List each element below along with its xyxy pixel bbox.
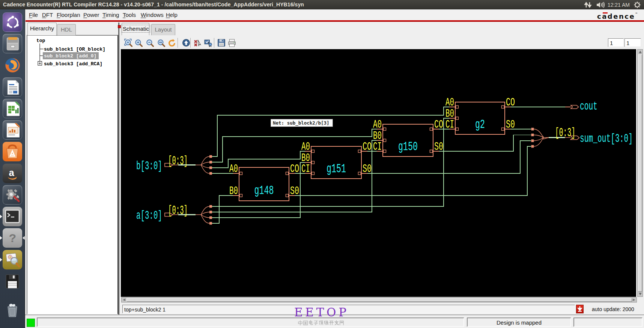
hscroll-thumb[interactable] xyxy=(126,298,632,302)
sheet-total-field[interactable] xyxy=(624,38,641,47)
menu-help[interactable]: Help xyxy=(166,12,178,18)
tab-hierarchy[interactable]: Hierarchy xyxy=(27,23,57,35)
vscroll-thumb[interactable] xyxy=(638,54,642,292)
port-g150-CI[interactable] xyxy=(384,150,386,153)
port-g2-CI[interactable] xyxy=(456,128,459,131)
launcher-libreoffice-impress-icon[interactable] xyxy=(3,120,22,140)
menu-power[interactable]: Power xyxy=(83,12,99,18)
port-g2-S0[interactable] xyxy=(502,128,504,131)
zoom-out-button[interactable] xyxy=(146,39,154,47)
splitter-bit[interactable] xyxy=(209,217,212,219)
port-g151-CI[interactable] xyxy=(312,172,314,175)
menubar: FileDFTFloorplanPowerTimingToolsWindowsH… xyxy=(26,9,644,20)
print-icon xyxy=(228,39,236,47)
menu-file[interactable]: File xyxy=(29,12,38,18)
tree-item[interactable]: sub_block3 [add_RCA] xyxy=(44,61,102,67)
launcher-amazon-icon[interactable]: a xyxy=(3,164,22,183)
session-gear-icon[interactable] xyxy=(633,0,641,9)
tree-item[interactable]: sub_block1 [OR_block] xyxy=(44,47,105,52)
launcher-libreoffice-calc-icon[interactable] xyxy=(3,99,22,118)
launcher-terminal-icon[interactable] xyxy=(3,207,22,226)
port-g148-B0[interactable] xyxy=(240,194,242,197)
launcher-left-arrow xyxy=(0,215,2,218)
auto-update-button[interactable] xyxy=(576,305,584,313)
splitter-handle[interactable] xyxy=(118,25,121,28)
splitter-bit[interactable] xyxy=(209,222,212,225)
port-g2-A0[interactable] xyxy=(456,106,459,108)
zoom-in-button[interactable] xyxy=(134,39,143,47)
launcher-trash-icon[interactable] xyxy=(3,300,22,319)
menu-windows[interactable]: Windows xyxy=(141,12,164,18)
deselect-button[interactable] xyxy=(194,39,202,47)
save-button[interactable] xyxy=(217,39,226,47)
canvas-vscrollbar[interactable] xyxy=(637,49,643,297)
net-a0[interactable] xyxy=(212,196,233,223)
launcher-ubuntu-dash-icon[interactable] xyxy=(3,12,22,32)
port-g151-A0[interactable] xyxy=(312,150,314,153)
launcher-screenshot-icon[interactable] xyxy=(3,250,22,269)
merger-bit[interactable] xyxy=(531,134,534,136)
tab-hdl[interactable]: HDL xyxy=(57,24,76,35)
port-label: CI xyxy=(445,118,454,131)
port-g150-S0[interactable] xyxy=(430,150,433,153)
sound-icon[interactable] xyxy=(596,0,605,9)
tab-layout[interactable]: Layout xyxy=(151,24,175,35)
menu-dft[interactable]: DFT xyxy=(42,12,53,18)
port-g2-B0[interactable] xyxy=(456,117,459,120)
port-g2-CO[interactable] xyxy=(502,106,504,108)
port-g151-B0[interactable] xyxy=(312,161,314,164)
merger-bit[interactable] xyxy=(531,140,534,142)
splitter-bit[interactable] xyxy=(209,161,212,164)
menu-tools[interactable]: Tools xyxy=(123,12,136,18)
scroll-up-arrow-icon[interactable] xyxy=(639,51,642,53)
port-g150-CO[interactable] xyxy=(430,128,433,131)
canvas-hscrollbar[interactable] xyxy=(121,297,637,302)
print-button[interactable] xyxy=(228,39,236,47)
tab-layout-label: Layout xyxy=(155,26,172,33)
select-box-button[interactable] xyxy=(204,39,212,47)
splitter-bit[interactable] xyxy=(209,211,212,214)
launcher-floppy-icon[interactable] xyxy=(3,272,22,291)
launcher-help-icon[interactable]: ? xyxy=(3,228,22,248)
splitter-bit[interactable] xyxy=(209,167,212,169)
pin-cout[interactable] xyxy=(571,105,579,109)
launcher-software-center-icon[interactable] xyxy=(3,142,22,161)
tree-root[interactable]: top xyxy=(36,38,45,44)
port-g148-CO[interactable] xyxy=(286,172,289,175)
launcher-files-icon[interactable] xyxy=(3,34,22,53)
splitter-bit[interactable] xyxy=(209,155,212,158)
port-g151-S0[interactable] xyxy=(358,172,361,175)
network-arrows-icon[interactable] xyxy=(584,0,592,9)
launcher-libreoffice-writer-icon[interactable] xyxy=(3,77,22,97)
splitter-bit[interactable] xyxy=(209,205,212,208)
scroll-down-arrow-icon[interactable] xyxy=(639,293,642,295)
launcher-system-settings-icon[interactable] xyxy=(3,185,22,205)
port-g151-CO[interactable] xyxy=(358,150,361,153)
zoom-fit-button[interactable] xyxy=(157,39,165,47)
menu-timing[interactable]: Timing xyxy=(102,12,119,18)
port-g150-B0[interactable] xyxy=(384,139,386,142)
zoom-select-button[interactable] xyxy=(124,39,132,47)
merger-bit[interactable] xyxy=(531,128,534,131)
menu-floorplan[interactable]: Floorplan xyxy=(57,12,80,18)
scroll-right-arrow-icon[interactable] xyxy=(633,299,635,301)
splitter-bit[interactable] xyxy=(209,172,212,175)
clock[interactable]: 12:21 AM xyxy=(608,0,630,9)
sheet-number-field[interactable] xyxy=(608,38,624,47)
port-label: S0 xyxy=(434,140,443,153)
schematic: A0B0COS0g148A0B0CICOS0g151A0B0CICOS0g150… xyxy=(121,49,636,297)
panel-splitter[interactable] xyxy=(118,23,119,314)
undo-button[interactable] xyxy=(168,39,176,47)
launcher: a ? xyxy=(0,9,25,328)
schematic-canvas[interactable]: A0B0COS0g148A0B0CICOS0g151A0B0CICOS0g150… xyxy=(121,49,636,297)
launcher-firefox-icon[interactable] xyxy=(3,56,22,75)
port-g148-S0[interactable] xyxy=(286,194,289,197)
merger-bit[interactable] xyxy=(531,145,534,148)
tree-item[interactable]: sub_block2 [add_0] xyxy=(44,53,96,59)
up-button[interactable] xyxy=(182,39,190,47)
tab-schematic[interactable]: Schematic xyxy=(122,23,149,35)
port-g148-A0[interactable] xyxy=(240,172,242,175)
port-g150-A0[interactable] xyxy=(384,128,386,131)
net-s2[interactable] xyxy=(439,135,531,152)
scroll-left-arrow-icon[interactable] xyxy=(123,299,125,301)
